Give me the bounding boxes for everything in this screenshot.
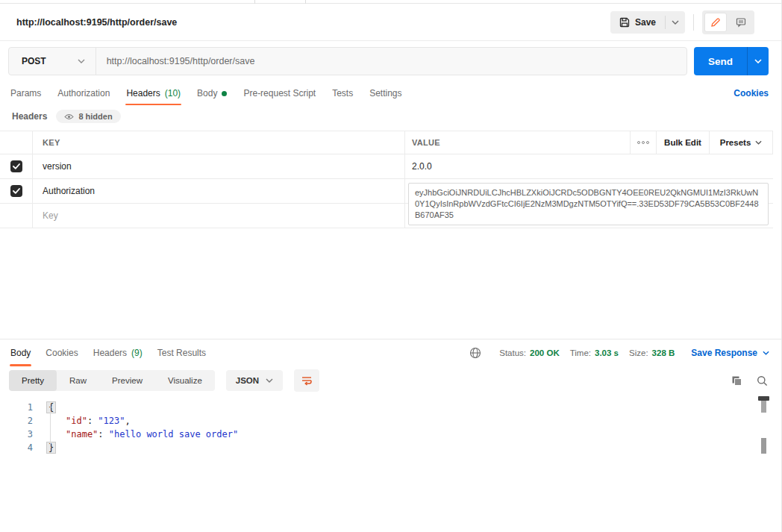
response-body-editor[interactable]: 1{2"id": "123",3"name": "hello world sav… xyxy=(0,395,781,532)
pencil-icon xyxy=(710,17,721,28)
headers-label: Headers xyxy=(12,111,47,122)
scrollbar-thumb[interactable] xyxy=(761,401,766,413)
response-tab-headers[interactable]: Headers(9) xyxy=(93,339,143,366)
view-tab-pretty[interactable]: Pretty xyxy=(9,370,57,391)
view-tab-visualize[interactable]: Visualize xyxy=(155,370,215,391)
tab-label: Params xyxy=(10,88,41,98)
tab-params[interactable]: Params xyxy=(10,81,41,105)
hidden-headers-toggle[interactable]: 8 hidden xyxy=(56,110,120,123)
tab-label: Headers xyxy=(126,88,160,98)
token-str: "123" xyxy=(98,416,125,426)
checkbox-checked-icon[interactable] xyxy=(10,160,22,172)
divider xyxy=(693,14,694,31)
time-pair: Time: 3.03 s xyxy=(570,348,619,357)
response-view-toolbar: PrettyRawPreviewVisualize JSON xyxy=(0,366,781,395)
headers-section-header: Headers 8 hidden xyxy=(0,105,781,128)
token-plain: , xyxy=(125,416,130,426)
tab-label: Settings xyxy=(369,88,401,98)
tab-label: Pre-request Script xyxy=(243,88,316,98)
three-dots-icon xyxy=(637,141,649,144)
tab-label: Headers xyxy=(93,348,127,358)
eye-icon xyxy=(64,113,74,120)
bulk-edit-button[interactable]: Bulk Edit xyxy=(657,131,710,154)
value-cell[interactable]: 2.0.0 xyxy=(405,154,773,178)
scrollbar-marker[interactable] xyxy=(761,438,766,454)
line-code: "name": "hello world save order" xyxy=(46,429,238,439)
app-window: { "colors": { "accent": "#ff6c37", "blue… xyxy=(0,0,782,532)
tab-divider xyxy=(305,0,306,4)
line-number: 2 xyxy=(0,416,36,426)
method-label: POST xyxy=(22,56,46,66)
view-tab-preview[interactable]: Preview xyxy=(99,370,155,391)
floppy-icon xyxy=(619,17,630,28)
panel-gap xyxy=(0,228,781,339)
row-checkbox-cell xyxy=(0,154,33,178)
chevron-down-icon xyxy=(672,20,679,25)
save-response-button[interactable]: Save Response xyxy=(685,348,769,358)
key-cell[interactable]: Key xyxy=(33,204,405,228)
presets-button[interactable]: Presets xyxy=(710,131,773,154)
editor-line: 4} xyxy=(0,441,781,454)
more-actions-icon[interactable] xyxy=(631,131,657,154)
comment-button[interactable] xyxy=(730,13,752,32)
response-status-bar: Status: 200 OK Time: 3.03 s Size: 328 B … xyxy=(469,339,769,366)
view-tab-raw[interactable]: Raw xyxy=(57,370,99,391)
spacer xyxy=(419,81,718,105)
method-select[interactable]: POST xyxy=(9,48,96,75)
value-cell[interactable]: eyJhbGciOiJNRDUiLCJhcHBLZXkiOiJCRDc5ODBG… xyxy=(405,179,773,203)
tab-tests[interactable]: Tests xyxy=(332,81,353,105)
tab-count-badge: (9) xyxy=(131,348,143,358)
value-column-header: VALUE xyxy=(405,131,631,154)
comment-icon xyxy=(736,17,746,28)
request-url-row: POST http://localhost:9195/http/order/sa… xyxy=(0,41,781,81)
line-code: "id": "123", xyxy=(46,416,131,426)
line-code: { xyxy=(46,402,56,413)
response-tab-test-results[interactable]: Test Results xyxy=(157,339,206,366)
token-key: "id" xyxy=(66,416,87,426)
save-button[interactable]: Save xyxy=(610,11,665,34)
response-tab-body[interactable]: Body xyxy=(10,339,31,366)
time-value: 3.03 s xyxy=(595,348,619,357)
select-all-cell xyxy=(0,131,33,154)
response-tab-cookies[interactable]: Cookies xyxy=(46,339,78,366)
chevron-down-icon xyxy=(754,59,762,63)
tab-headers[interactable]: Headers(10) xyxy=(126,81,181,105)
chevron-down-icon xyxy=(763,351,769,355)
token-brace: { xyxy=(46,401,56,413)
view-mode-group: PrettyRawPreviewVisualize xyxy=(9,370,215,391)
headers-table-header: KEY VALUE Bulk Edit Presets xyxy=(0,131,773,154)
checkbox-checked-icon[interactable] xyxy=(10,185,22,197)
send-options-chevron[interactable] xyxy=(747,47,769,75)
url-input[interactable]: http://localhost:9195/http/order/save xyxy=(96,56,686,66)
tab-label: Body xyxy=(10,348,31,358)
tab-label: Authorization xyxy=(57,88,110,98)
copy-icon[interactable] xyxy=(730,374,744,388)
tab-count-badge: (10) xyxy=(165,88,181,98)
authorization-token-value[interactable]: eyJhbGciOiJNRDUiLCJhcHBLZXkiOiJCRDc5ODBG… xyxy=(408,183,769,225)
editor-line: 1{ xyxy=(0,401,781,414)
editor-line: 3"name": "hello world save order" xyxy=(0,428,781,441)
globe-icon[interactable] xyxy=(469,347,481,359)
beautify-button[interactable] xyxy=(294,369,319,392)
format-select[interactable]: JSON xyxy=(226,370,283,391)
save-response-label: Save Response xyxy=(691,348,757,358)
key-cell[interactable]: Authorization xyxy=(33,179,405,203)
presets-label: Presets xyxy=(720,138,751,147)
chevron-down-icon xyxy=(78,59,85,63)
search-icon[interactable] xyxy=(755,374,769,388)
tab-authorization[interactable]: Authorization xyxy=(57,81,110,105)
line-number: 3 xyxy=(0,429,36,439)
save-options-chevron[interactable] xyxy=(666,11,685,34)
status-value: 200 OK xyxy=(530,348,560,357)
key-cell[interactable]: version xyxy=(33,154,405,178)
tab-label: Tests xyxy=(332,88,353,98)
tab-settings[interactable]: Settings xyxy=(369,81,401,105)
edit-comment-group xyxy=(702,10,754,34)
tab-body[interactable]: Body xyxy=(197,81,227,105)
green-dot-icon xyxy=(222,91,227,96)
token-brace: } xyxy=(46,442,56,454)
send-button[interactable]: Send xyxy=(694,47,747,75)
tab-pre-request-script[interactable]: Pre-request Script xyxy=(243,81,316,105)
cookies-link[interactable]: Cookies xyxy=(733,81,769,105)
edit-request-button[interactable] xyxy=(704,13,727,32)
